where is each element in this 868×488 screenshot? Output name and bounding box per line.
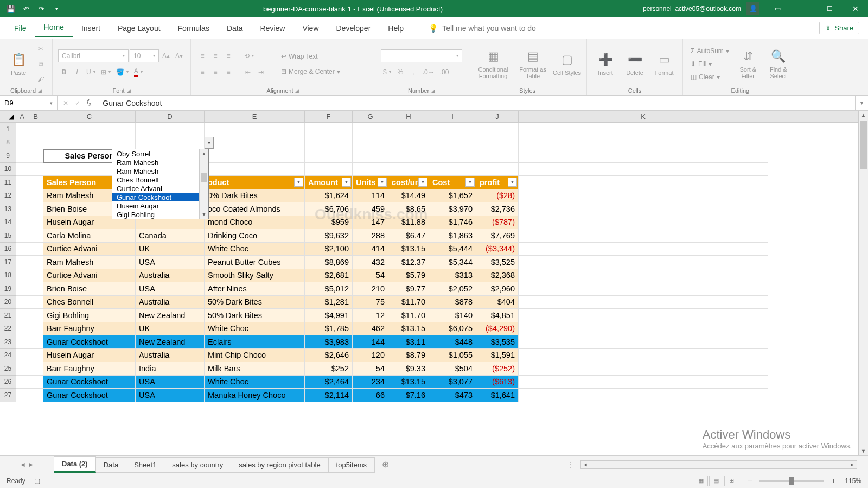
- cell[interactable]: [519, 309, 768, 322]
- align-bottom-button[interactable]: ≡: [222, 49, 234, 62]
- cell[interactable]: $878: [429, 296, 476, 309]
- cell[interactable]: [28, 176, 43, 189]
- cell[interactable]: 144: [353, 335, 388, 349]
- bold-button[interactable]: B: [58, 66, 70, 79]
- paste-button[interactable]: 📋 Paste: [5, 46, 31, 83]
- row-header[interactable]: 21: [0, 309, 16, 322]
- cell[interactable]: [519, 349, 768, 363]
- cell[interactable]: [16, 282, 28, 296]
- cell[interactable]: $8.65: [388, 202, 429, 216]
- conditional-formatting-button[interactable]: ▦Conditional Formatting: [474, 46, 513, 83]
- cell[interactable]: India: [136, 362, 205, 376]
- cell[interactable]: [28, 256, 43, 269]
- cell[interactable]: Ram Mahesh: [43, 256, 136, 269]
- tab-help[interactable]: Help: [379, 20, 412, 37]
- cell[interactable]: $448: [429, 335, 476, 349]
- zoom-in-button[interactable]: +: [828, 477, 838, 485]
- cell[interactable]: [476, 123, 519, 136]
- wrap-text-button[interactable]: ↩Wrap Text: [279, 50, 342, 62]
- cell[interactable]: $12.37: [388, 256, 429, 269]
- filter-button[interactable]: ▼: [465, 178, 475, 187]
- tab-view[interactable]: View: [293, 20, 327, 37]
- cell[interactable]: [519, 335, 768, 349]
- row-header[interactable]: 26: [0, 376, 16, 389]
- ribbon-display-icon[interactable]: ▭: [765, 0, 790, 17]
- cell[interactable]: [16, 256, 28, 269]
- cell[interactable]: [28, 322, 43, 336]
- row-header[interactable]: 15: [0, 229, 16, 243]
- cell[interactable]: $11.88: [388, 216, 429, 230]
- cell[interactable]: Gunar Cockshoot: [43, 376, 136, 389]
- cell[interactable]: $1,652: [429, 189, 476, 203]
- increase-font-button[interactable]: A▴: [160, 49, 172, 62]
- cell[interactable]: $313: [429, 269, 476, 283]
- find-select-button[interactable]: 🔍Find & Select: [765, 46, 792, 83]
- zoom-out-button[interactable]: −: [745, 477, 755, 485]
- cell[interactable]: $9.77: [388, 282, 429, 296]
- zoom-knob[interactable]: [789, 477, 794, 485]
- scroll-up-icon[interactable]: ▲: [859, 111, 868, 119]
- cell[interactable]: [305, 163, 353, 176]
- dropdown-item[interactable]: Curtice Advani: [112, 184, 199, 193]
- cell[interactable]: [16, 189, 28, 203]
- cell[interactable]: $5,012: [305, 282, 353, 296]
- cell[interactable]: Australia: [136, 269, 205, 283]
- row-header[interactable]: 25: [0, 362, 16, 376]
- cell[interactable]: USA: [136, 389, 205, 402]
- row-header[interactable]: 22: [0, 322, 16, 336]
- copy-button[interactable]: ⧉: [35, 58, 47, 71]
- cell[interactable]: White Choc: [205, 243, 305, 256]
- cell[interactable]: After Nines: [205, 282, 305, 296]
- cell[interactable]: 50% Dark Bites: [205, 296, 305, 309]
- worksheet-tab[interactable]: Sheet1: [126, 457, 164, 473]
- save-icon[interactable]: 💾: [4, 2, 17, 15]
- cell[interactable]: [353, 149, 388, 163]
- format-as-table-button[interactable]: ▤Format as Table: [516, 46, 550, 83]
- cell[interactable]: $2,368: [476, 269, 519, 283]
- cell[interactable]: [16, 322, 28, 336]
- cell[interactable]: [16, 243, 28, 256]
- row-header[interactable]: 8: [0, 136, 16, 150]
- row-header[interactable]: 14: [0, 216, 16, 230]
- tab-formulas[interactable]: Formulas: [169, 20, 218, 37]
- cell[interactable]: $7,769: [476, 229, 519, 243]
- col-header[interactable]: A: [16, 111, 28, 122]
- col-header[interactable]: D: [136, 111, 205, 122]
- macro-record-icon[interactable]: ▢: [34, 477, 40, 485]
- cell[interactable]: [16, 136, 28, 150]
- share-button[interactable]: ⇪ Share: [819, 22, 859, 34]
- name-box[interactable]: D9▾: [0, 96, 58, 110]
- tab-home[interactable]: Home: [35, 18, 73, 37]
- cell[interactable]: [476, 163, 519, 176]
- zoom-level[interactable]: 115%: [845, 477, 861, 485]
- cell[interactable]: [28, 376, 43, 389]
- dialog-launcher-icon[interactable]: ◢: [38, 88, 42, 93]
- cell[interactable]: $3,535: [476, 335, 519, 349]
- dropdown-item[interactable]: Ram Mahesh: [112, 167, 199, 175]
- row-header[interactable]: 16: [0, 243, 16, 256]
- cell[interactable]: [136, 136, 205, 150]
- font-size-combo[interactable]: 10▾: [130, 49, 159, 62]
- formula-bar-input[interactable]: Gunar Cockshoot: [97, 96, 855, 110]
- dropdown-item[interactable]: Ram Mahesh: [112, 158, 199, 167]
- table-header-cell[interactable]: Amount▼: [305, 176, 353, 189]
- enter-formula-icon[interactable]: ✓: [75, 99, 80, 107]
- cell[interactable]: $3,525: [476, 256, 519, 269]
- cell[interactable]: Canada: [136, 229, 205, 243]
- filter-button[interactable]: ▼: [418, 178, 427, 187]
- dropdown-scrollbar[interactable]: ▲ ▼: [199, 149, 208, 219]
- dialog-launcher-icon[interactable]: ◢: [127, 88, 131, 93]
- cell[interactable]: [28, 189, 43, 203]
- cell[interactable]: Mint Chip Choco: [205, 349, 305, 363]
- cell[interactable]: 120: [353, 349, 388, 363]
- cell[interactable]: $11.70: [388, 296, 429, 309]
- dropdown-item[interactable]: Gigi Bohling: [112, 210, 199, 219]
- cell[interactable]: $3,077: [429, 376, 476, 389]
- cell[interactable]: [16, 335, 28, 349]
- cell[interactable]: 459: [353, 202, 388, 216]
- cell[interactable]: Gunar Cockshoot: [43, 389, 136, 402]
- cell[interactable]: $2,114: [305, 389, 353, 402]
- cell[interactable]: $2,052: [429, 282, 476, 296]
- cell[interactable]: [519, 282, 768, 296]
- number-format-combo[interactable]: ▾: [381, 49, 462, 62]
